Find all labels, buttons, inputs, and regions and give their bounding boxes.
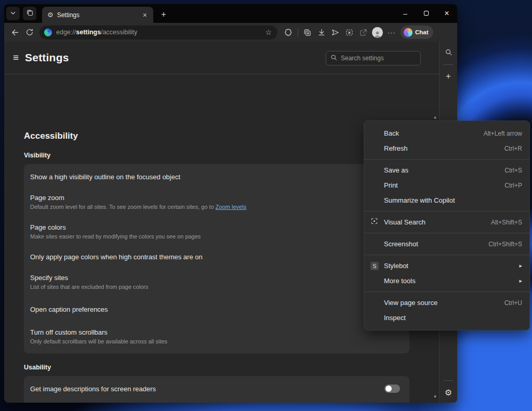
tab-close-icon[interactable]: × (141, 11, 149, 19)
toolbar: edge://settings/accessibility ☆ (4, 23, 457, 42)
sidebar-settings-gear-icon[interactable]: ⚙ (441, 385, 456, 400)
copilot-logo-icon (404, 28, 413, 37)
sidebar-divider-bottom (443, 380, 454, 381)
sidebar-add-button[interactable]: + (441, 69, 456, 84)
subheading-usability: Usability (24, 364, 432, 371)
extensions-puzzle-icon (284, 28, 293, 37)
menu-item-back[interactable]: Back Alt+Left arrow (364, 126, 529, 141)
tab-actions-menu-button[interactable] (6, 7, 20, 20)
back-button[interactable] (8, 25, 22, 39)
menu-item-screenshot[interactable]: Screenshot Ctrl+Shift+S (364, 236, 529, 251)
scrollbar-up-icon[interactable]: ▴ (434, 112, 436, 120)
setting-row-page-zoom[interactable]: Page zoom Default zoom level for all sit… (24, 187, 409, 217)
chevron-down-icon (10, 9, 16, 18)
scrollbar-down-icon[interactable]: ▾ (434, 394, 436, 403)
setting-row-high-contrast-only[interactable]: Only apply page colors when high contras… (24, 246, 409, 267)
setting-row-custom-scrollbars[interactable]: Turn off custom scrollbars Only default … (24, 322, 409, 351)
window-minimize-button[interactable]: – (395, 6, 416, 21)
address-bar[interactable]: edge://settings/accessibility ☆ (39, 25, 277, 39)
menu-item-more-tools[interactable]: More tools ▸ (364, 273, 529, 288)
menu-item-view-page-source[interactable]: View page source Ctrl+U (364, 295, 529, 310)
submenu-arrow-icon: ▸ (519, 277, 522, 284)
setting-row-page-colors[interactable]: Page colors Make sites easier to read by… (24, 217, 409, 246)
ellipsis-icon: ··· (388, 29, 396, 36)
menu-item-summarize-with-copilot[interactable]: Summarize with Copilot (364, 193, 529, 208)
stylebot-icon: S (370, 262, 379, 270)
edge-logo-icon (44, 29, 52, 36)
collections-icon (303, 28, 312, 37)
url-text: edge://settings/accessibility (56, 29, 262, 36)
refresh-icon (25, 28, 34, 36)
refresh-button[interactable] (22, 25, 36, 39)
maximize-icon (423, 9, 429, 18)
workspaces-button[interactable] (23, 7, 36, 20)
copilot-chat-button[interactable]: Chat (401, 25, 433, 39)
chat-button-label: Chat (415, 29, 429, 35)
tab-title: Settings (57, 11, 141, 19)
share-button[interactable] (356, 25, 370, 39)
workspaces-icon (26, 9, 34, 19)
context-menu: Back Alt+Left arrow Refresh Ctrl+R Save … (364, 121, 530, 330)
settings-search-box[interactable] (326, 51, 421, 65)
download-icon (317, 28, 326, 36)
menu-item-print[interactable]: Print Ctrl+P (364, 178, 529, 193)
menu-item-visual-search[interactable]: Visual Search Alt+Shift+S (364, 215, 529, 230)
zoom-levels-link[interactable]: Zoom levels (216, 204, 246, 210)
window-close-button[interactable]: × (436, 6, 457, 21)
sidebar-search-button[interactable] (441, 46, 456, 60)
menu-item-inspect[interactable]: Inspect (364, 310, 529, 325)
web-capture-icon (345, 28, 354, 37)
page-title: Settings (25, 51, 69, 64)
visual-search-icon (370, 217, 378, 227)
share-icon (359, 28, 368, 37)
browser-menu-button[interactable]: ··· (384, 25, 398, 39)
extensions-button[interactable] (282, 25, 296, 39)
downloads-button[interactable] (314, 25, 328, 39)
settings-page-header: ≡ Settings (4, 42, 439, 74)
setting-row-ask-before-closing[interactable]: Ask before closing a window with multipl… (24, 399, 409, 403)
visibility-card: Show a high visibility outline on the fo… (24, 164, 409, 353)
setting-row-image-descriptions[interactable]: Get image descriptions for screen reader… (24, 378, 409, 399)
settings-search-input[interactable] (341, 55, 416, 62)
collections-button[interactable] (300, 25, 314, 39)
favorites-star-icon[interactable]: ☆ (262, 28, 274, 36)
image-descriptions-toggle[interactable] (384, 385, 400, 393)
setting-row-specify-sites[interactable]: Specify sites List of sites that are exc… (24, 267, 409, 297)
send-button[interactable] (328, 25, 342, 39)
window-maximize-button[interactable] (416, 6, 436, 21)
menu-item-refresh[interactable]: Refresh Ctrl+R (364, 141, 529, 156)
menu-item-stylebot[interactable]: S Stylebot ▸ (364, 258, 529, 273)
send-paper-plane-icon (331, 28, 340, 37)
setting-row-high-visibility-outline[interactable]: Show a high visibility outline on the fo… (24, 166, 409, 187)
menu-item-save-as[interactable]: Save as Ctrl+S (364, 163, 529, 178)
sidebar-divider (443, 64, 454, 65)
search-icon (330, 54, 337, 63)
new-tab-button[interactable]: + (157, 8, 170, 21)
tab-strip: ⚙ Settings × + – × (4, 4, 457, 23)
sidebar-search-icon (445, 48, 453, 58)
tab-settings[interactable]: ⚙ Settings × (42, 7, 153, 23)
toolbar-divider (298, 28, 298, 36)
submenu-arrow-icon: ▸ (519, 262, 522, 269)
header-divider (4, 74, 439, 74)
profile-button[interactable] (370, 25, 384, 39)
usability-card: Get image descriptions for screen reader… (24, 376, 409, 403)
back-arrow-icon (11, 28, 20, 37)
setting-row-caption-preferences[interactable]: Open caption preferences (24, 297, 409, 322)
avatar (372, 27, 383, 38)
hamburger-menu-icon[interactable]: ≡ (13, 52, 19, 63)
web-capture-button[interactable] (342, 25, 356, 39)
gear-icon: ⚙ (47, 11, 54, 18)
